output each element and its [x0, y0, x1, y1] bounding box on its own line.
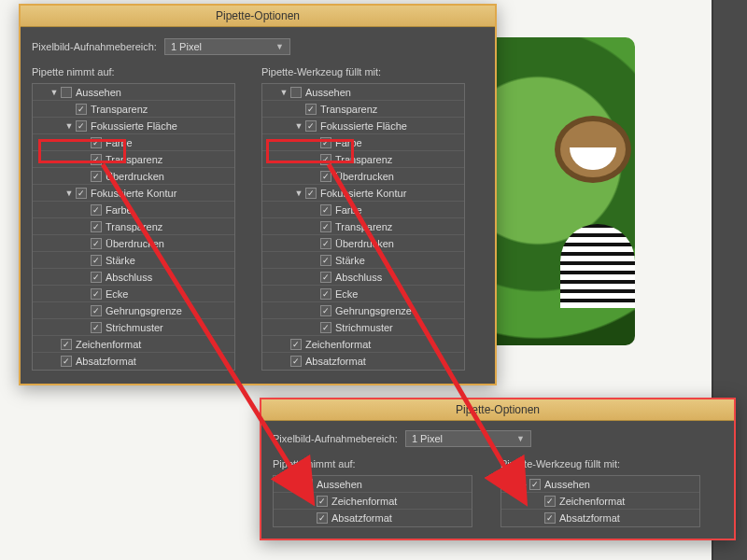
tree-row[interactable]: Stärke [33, 252, 234, 269]
checkbox[interactable] [91, 272, 102, 283]
tree-row[interactable]: Farbe [262, 134, 464, 151]
tree-row-label: Aussehen [317, 479, 362, 490]
tree-row[interactable]: Transparenz [262, 151, 464, 168]
tree-row[interactable]: ▼Fokussierte Fläche [262, 118, 464, 134]
disclosure-down-icon[interactable]: ▼ [64, 121, 74, 131]
checkbox[interactable] [61, 356, 72, 367]
tree-row[interactable]: Gehrungsgrenze [262, 302, 464, 319]
tree-row[interactable]: ▼Aussehen [33, 84, 234, 101]
disclosure-spacer [533, 513, 543, 523]
checkbox[interactable] [91, 255, 102, 266]
checkbox[interactable] [76, 188, 87, 199]
checkbox[interactable] [317, 496, 328, 507]
checkbox[interactable] [320, 322, 331, 333]
checkbox[interactable] [91, 171, 102, 182]
tree-row[interactable]: ▼Fokussierte Kontur [262, 185, 464, 202]
tree-row[interactable]: Transparenz [33, 101, 234, 118]
tree-row[interactable]: Zeichenformat [501, 493, 699, 510]
tree-row[interactable]: Ecke [262, 286, 464, 302]
checkbox[interactable] [61, 339, 72, 350]
tree-row[interactable]: Überdrucken [33, 235, 234, 252]
tree-row[interactable]: Überdrucken [33, 168, 234, 185]
disclosure-down-icon[interactable]: ▼ [294, 189, 303, 198]
checkbox[interactable] [320, 171, 331, 182]
checkbox[interactable] [320, 272, 331, 283]
tree-row[interactable]: Zeichenformat [274, 493, 472, 510]
tree-row[interactable]: Farbe [33, 202, 234, 218]
tree-row[interactable]: Stärke [262, 252, 464, 269]
checkbox[interactable] [91, 204, 102, 216]
checkbox[interactable] [320, 221, 331, 232]
checkbox[interactable] [544, 512, 556, 524]
tree-row[interactable]: Transparenz [262, 218, 464, 235]
disclosure-spacer [79, 222, 89, 231]
checkbox[interactable] [302, 479, 313, 490]
tree-row[interactable]: Absatzformat [33, 353, 234, 370]
checkbox[interactable] [91, 322, 102, 333]
tree-row[interactable]: Strichmuster [262, 319, 464, 336]
tree-row[interactable]: Absatzformat [274, 510, 472, 526]
checkbox[interactable] [544, 496, 556, 507]
checkbox[interactable] [305, 188, 317, 199]
pixel-sample-dropdown-small[interactable]: 1 Pixel ▼ [405, 430, 531, 447]
checkbox[interactable] [290, 87, 302, 98]
checkbox[interactable] [61, 87, 72, 98]
tree-row[interactable]: ▼Fokussierte Fläche [33, 118, 234, 134]
checkbox[interactable] [317, 512, 328, 524]
tree-row[interactable]: ▶Aussehen [274, 476, 472, 493]
checkbox[interactable] [320, 154, 331, 165]
checkbox[interactable] [91, 137, 102, 148]
disclosure-down-icon[interactable]: ▼ [49, 88, 59, 97]
disclosure-spacer [64, 105, 74, 114]
checkbox[interactable] [91, 221, 102, 232]
tree-row[interactable]: Farbe [262, 202, 464, 218]
checkbox[interactable] [91, 238, 102, 249]
tree-row[interactable]: Transparenz [33, 151, 234, 168]
checkbox[interactable] [290, 339, 302, 350]
checkbox[interactable] [91, 154, 102, 165]
checkbox[interactable] [305, 120, 317, 132]
checkbox[interactable] [76, 104, 87, 115]
tree-row[interactable]: Überdrucken [262, 235, 464, 252]
checkbox[interactable] [320, 305, 331, 316]
tree-row[interactable]: Zeichenformat [262, 336, 464, 353]
checkbox[interactable] [320, 238, 331, 249]
tree-row-label: Fokussierte Fläche [91, 120, 177, 132]
tree-row-label: Transparenz [320, 104, 377, 115]
tree-row[interactable]: Transparenz [262, 101, 464, 118]
tree-row-label: Aussehen [76, 87, 121, 98]
tree-row[interactable]: Strichmuster [33, 319, 234, 336]
pixel-sample-dropdown[interactable]: 1 Pixel ▼ [164, 38, 290, 55]
tree-row[interactable]: Absatzformat [501, 510, 699, 526]
disclosure-right-icon[interactable]: ▶ [290, 480, 300, 489]
tree-row[interactable]: Absatzformat [262, 353, 464, 370]
tree-row[interactable]: ▶Aussehen [501, 476, 699, 493]
tree-row[interactable]: Transparenz [33, 218, 234, 235]
checkbox[interactable] [290, 356, 302, 367]
tree-row-label: Strichmuster [106, 322, 163, 333]
checkbox[interactable] [91, 288, 102, 300]
tree-row-label: Überdrucken [106, 171, 164, 182]
tree-row[interactable]: Ecke [33, 286, 234, 302]
tree-row[interactable]: ▼Aussehen [262, 84, 464, 101]
disclosure-spacer [49, 340, 59, 349]
tree-row[interactable]: Zeichenformat [33, 336, 234, 353]
disclosure-down-icon[interactable]: ▼ [64, 189, 74, 198]
checkbox[interactable] [320, 288, 331, 300]
tree-row[interactable]: ▼Fokussierte Kontur [33, 185, 234, 202]
checkbox[interactable] [320, 255, 331, 266]
checkbox[interactable] [76, 120, 87, 132]
disclosure-down-icon[interactable]: ▼ [279, 88, 289, 97]
checkbox[interactable] [529, 479, 541, 490]
tree-row[interactable]: Überdrucken [262, 168, 464, 185]
tree-row[interactable]: Farbe [33, 134, 234, 151]
tree-row[interactable]: Gehrungsgrenze [33, 302, 234, 319]
checkbox[interactable] [305, 104, 317, 115]
checkbox[interactable] [320, 204, 331, 216]
tree-row[interactable]: Abschluss [33, 269, 234, 286]
tree-row[interactable]: Abschluss [262, 269, 464, 286]
checkbox[interactable] [91, 305, 102, 316]
disclosure-down-icon[interactable]: ▼ [294, 121, 303, 131]
checkbox[interactable] [320, 137, 331, 148]
disclosure-right-icon[interactable]: ▶ [518, 480, 528, 489]
